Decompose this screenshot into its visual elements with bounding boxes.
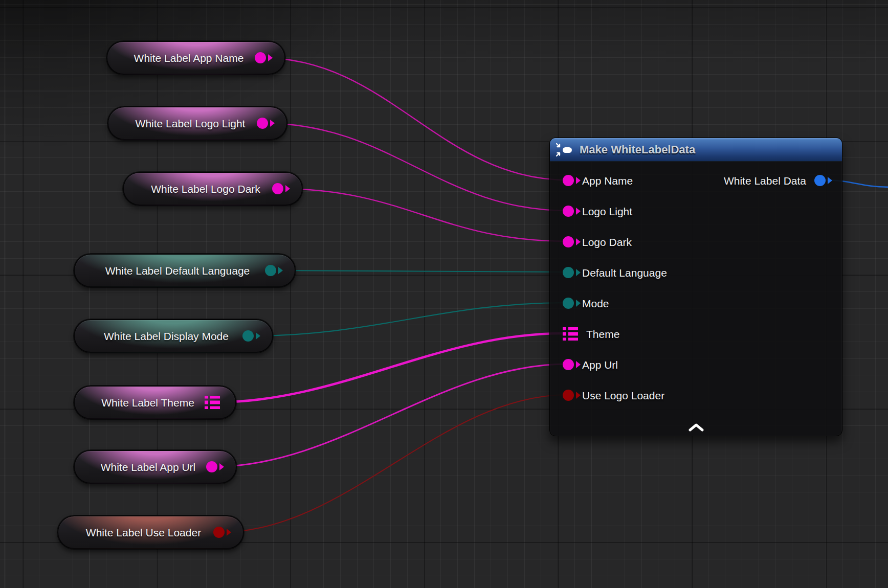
variable-node-label: White Label Logo Dark: [151, 184, 260, 194]
chevron-up-icon: [689, 423, 704, 432]
theme-struct-pin-icon[interactable]: [205, 396, 220, 409]
input-pin[interactable]: [563, 390, 574, 401]
wire-white-label-use-loader-to-use-logo-loader[interactable]: [220, 395, 568, 532]
input-pin-row-mode: Mode: [550, 288, 609, 319]
output-pin[interactable]: [272, 183, 283, 194]
variable-node-label: White Label App Name: [134, 53, 244, 63]
variable-node-label: White Label Theme: [101, 397, 194, 408]
theme-input-pin[interactable]: [563, 327, 578, 341]
make-whitelabeldata-node[interactable]: Make WhiteLabelDataApp NameLogo LightLog…: [549, 138, 842, 436]
input-pin-row-theme: Theme: [550, 319, 619, 349]
input-pin-row-use-logo-loader: Use Logo Loader: [550, 380, 664, 411]
graph-canvas[interactable]: White Label App NameWhite Label Logo Lig…: [0, 0, 888, 588]
node-header[interactable]: Make WhiteLabelData: [550, 138, 842, 162]
wire-white-label-app-url-to-app-url[interactable]: [213, 364, 568, 467]
input-pin-row-app-name: App Name: [550, 165, 633, 196]
wire-white-label-logo-dark-to-logo-dark[interactable]: [279, 189, 568, 241]
variable-node-white-label-logo-light[interactable]: White Label Logo Light: [107, 106, 287, 140]
variable-node-white-label-display-mode[interactable]: White Label Display Mode: [74, 319, 273, 353]
input-pin-label: Mode: [582, 298, 609, 309]
collapse-node-button[interactable]: [689, 423, 704, 432]
node-title: Make WhiteLabelData: [580, 143, 695, 156]
variable-node-label: White Label Use Loader: [86, 527, 201, 538]
input-pin-label: Logo Dark: [582, 237, 632, 247]
output-pin[interactable]: [242, 330, 254, 342]
variable-node-label: White Label Display Mode: [104, 331, 229, 342]
variable-node-white-label-logo-dark[interactable]: White Label Logo Dark: [123, 172, 303, 206]
output-pin[interactable]: [206, 461, 217, 472]
variable-node-label: White Label Logo Light: [136, 118, 246, 129]
output-pin[interactable]: [255, 52, 266, 63]
variable-node-label: White Label Default Language: [105, 265, 250, 276]
input-pin[interactable]: [563, 298, 574, 309]
input-pin[interactable]: [563, 175, 574, 186]
input-pin[interactable]: [563, 206, 574, 217]
output-pin[interactable]: [265, 265, 276, 276]
output-pin-row: White Label Data: [724, 165, 842, 196]
output-pin[interactable]: [213, 527, 225, 538]
input-pin-label: Theme: [586, 329, 619, 340]
input-pin-label: App Url: [582, 359, 618, 370]
wire-white-label-logo-light-to-logo-light[interactable]: [263, 123, 568, 211]
make-struct-icon: [556, 143, 573, 156]
input-pin[interactable]: [563, 359, 574, 370]
input-pin[interactable]: [563, 267, 574, 278]
wire-white-label-app-name-to-app-name[interactable]: [261, 58, 568, 180]
input-pin[interactable]: [563, 236, 574, 247]
input-pin-label: Logo Light: [582, 206, 632, 217]
input-pin-row-logo-dark: Logo Dark: [550, 227, 632, 257]
variable-node-white-label-app-url[interactable]: White Label App Url: [74, 450, 237, 484]
output-pin[interactable]: [257, 118, 268, 129]
wire-white-label-default-language-to-default-language[interactable]: [272, 270, 568, 272]
wire-white-label-display-mode-to-mode[interactable]: [249, 303, 568, 336]
input-pin-row-default-language: Default Language: [550, 257, 667, 288]
input-pin-row-app-url: App Url: [550, 349, 618, 380]
variable-node-white-label-use-loader[interactable]: White Label Use Loader: [57, 515, 244, 549]
input-pin-label: App Name: [582, 175, 633, 186]
output-pin-label: White Label Data: [724, 175, 806, 186]
theme-struct-pin[interactable]: [205, 396, 220, 409]
variable-node-label: White Label App Url: [101, 462, 196, 472]
input-pin-label: Use Logo Loader: [582, 390, 664, 401]
theme-input-pin-icon[interactable]: [563, 327, 578, 341]
variable-node-white-label-theme[interactable]: White Label Theme: [74, 386, 236, 419]
variable-node-white-label-default-language[interactable]: White Label Default Language: [74, 254, 296, 287]
input-pin-row-logo-light: Logo Light: [550, 196, 632, 227]
output-pin[interactable]: [814, 175, 826, 186]
variable-node-white-label-app-name[interactable]: White Label App Name: [106, 41, 285, 75]
input-pin-label: Default Language: [582, 267, 667, 278]
